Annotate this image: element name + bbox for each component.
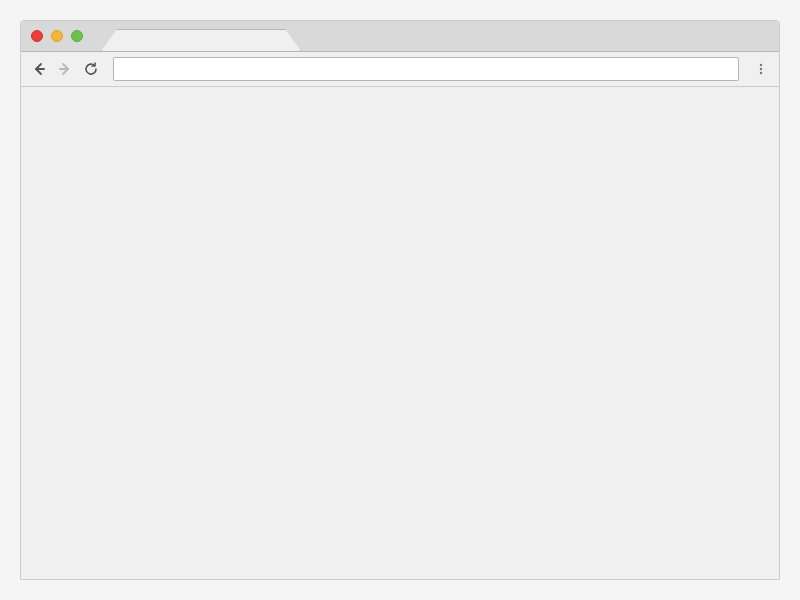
address-bar[interactable] [113, 57, 739, 81]
svg-point-3 [760, 68, 762, 70]
more-vertical-icon [754, 62, 768, 76]
svg-point-4 [760, 72, 762, 74]
svg-point-2 [760, 64, 762, 66]
arrow-right-icon [57, 61, 73, 77]
toolbar [21, 51, 779, 87]
content-area [21, 87, 779, 579]
window-minimize-button[interactable] [51, 30, 63, 42]
browser-tab[interactable] [101, 29, 301, 51]
back-button[interactable] [29, 59, 49, 79]
window-maximize-button[interactable] [71, 30, 83, 42]
menu-button[interactable] [751, 59, 771, 79]
forward-button[interactable] [55, 59, 75, 79]
tab-bar [21, 21, 779, 51]
browser-window [20, 20, 780, 580]
reload-icon [83, 61, 99, 77]
window-close-button[interactable] [31, 30, 43, 42]
arrow-left-icon [31, 61, 47, 77]
reload-button[interactable] [81, 59, 101, 79]
window-controls [21, 30, 83, 42]
